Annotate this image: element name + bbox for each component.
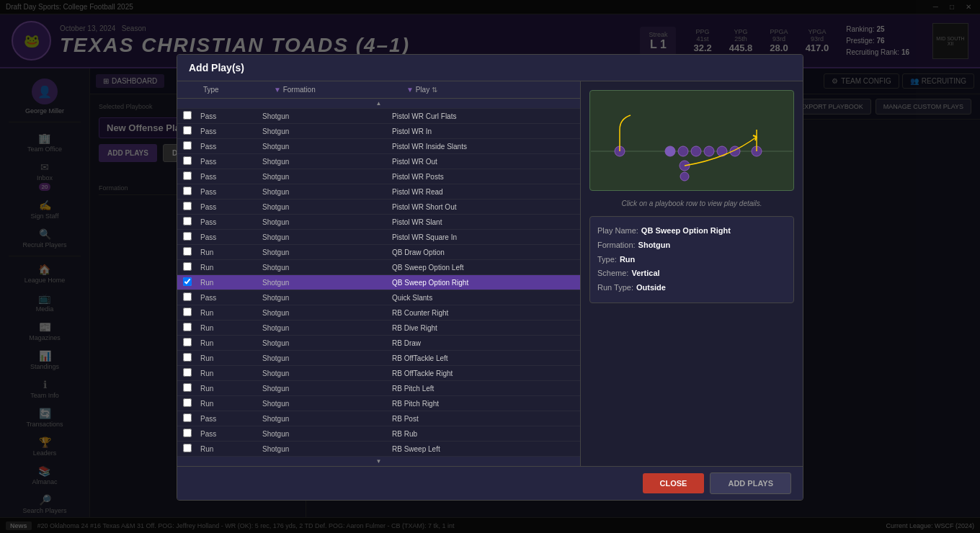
play-row[interactable]: Run Shotgun QB Sweep Option Right (177, 275, 580, 290)
play-formation-cell: Shotgun (262, 445, 392, 453)
play-checkbox[interactable] (183, 202, 192, 210)
play-name-cell: RB OffTackle Left (392, 354, 574, 362)
play-row[interactable]: Pass Shotgun Quick Slants (177, 290, 580, 305)
play-row[interactable]: Run Shotgun QB Sweep Option Left (177, 260, 580, 275)
play-row[interactable]: Pass Shotgun Pistol WR Out (177, 154, 580, 169)
play-type-cell: Run (200, 385, 262, 393)
modal-footer: CLOSE ADD PLAYS (177, 466, 803, 500)
play-name-cell: RB Counter Right (392, 309, 574, 317)
play-checkbox[interactable] (183, 247, 192, 256)
play-row[interactable]: Run Shotgun RB Pitch Left (177, 381, 580, 396)
play-name-cell: Quick Slants (392, 294, 574, 302)
main-content: ⊞ DASHBOARD ⚙ TEAM CONFIG 👥 RECRUITING S… (90, 68, 980, 517)
play-formation-cell: Shotgun (262, 143, 392, 151)
play-name-cell: QB Draw Option (392, 248, 574, 256)
play-row[interactable]: Run Shotgun RB OffTackle Right (177, 366, 580, 381)
play-checkbox[interactable] (183, 338, 192, 346)
detail-type: Run (620, 253, 635, 267)
play-checkbox[interactable] (183, 368, 192, 377)
play-row[interactable]: Pass Shotgun RB Rub (177, 426, 580, 442)
play-checkbox[interactable] (183, 398, 192, 407)
play-type-cell: Pass (200, 233, 262, 241)
play-row[interactable]: Run Shotgun RB Pitch Right (177, 396, 580, 411)
modal-overlay: Add Play(s) Type ▼ (90, 68, 980, 517)
play-row[interactable]: Pass Shotgun Pistol WR Slant (177, 215, 580, 230)
play-type-cell: Pass (200, 143, 262, 151)
scroll-down-indicator[interactable]: ▼ (177, 457, 580, 466)
close-button[interactable]: CLOSE (643, 473, 705, 493)
play-checkbox[interactable] (183, 232, 192, 241)
play-name-cell: Pistol WR In (392, 127, 574, 135)
play-checkbox[interactable] (183, 187, 192, 195)
play-checkbox[interactable] (183, 429, 192, 437)
play-row[interactable]: Pass Shotgun Pistol WR Inside Slants (177, 139, 580, 154)
play-checkbox[interactable] (183, 111, 192, 120)
play-formation-cell: Shotgun (262, 309, 392, 317)
play-formation-cell: Shotgun (262, 385, 392, 393)
play-checkbox[interactable] (183, 353, 192, 362)
play-type-cell: Pass (200, 112, 262, 120)
play-formation-cell: Shotgun (262, 430, 392, 438)
play-row[interactable]: Pass Shotgun Pistol WR In (177, 124, 580, 139)
play-table-header: Type ▼ Formation ▼ Play ⇅ (177, 81, 580, 99)
play-row[interactable]: Pass Shotgun Pistol WR Curl Flats (177, 109, 580, 124)
play-type-cell: Pass (200, 218, 262, 226)
play-row[interactable]: Pass Shotgun RB Post (177, 411, 580, 426)
play-type-cell: Pass (200, 158, 262, 166)
play-row[interactable]: Run Shotgun RB Counter Right (177, 305, 580, 321)
play-checkbox[interactable] (183, 413, 192, 422)
play-type-cell: Run (200, 248, 262, 256)
play-name-cell: RB Post (392, 415, 574, 423)
play-checkbox[interactable] (183, 156, 192, 165)
play-row[interactable]: Run Shotgun RB Sweep Left (177, 442, 580, 457)
play-type-cell: Run (200, 324, 262, 332)
play-row[interactable]: Pass Shotgun Pistol WR Square In (177, 230, 580, 245)
svg-point-3 (691, 146, 701, 156)
play-type-cell: Run (200, 400, 262, 408)
play-type-cell: Pass (200, 173, 262, 181)
add-plays-modal-button[interactable]: ADD PLAYS (710, 472, 791, 494)
play-formation-cell: Shotgun (262, 112, 392, 120)
play-checkbox[interactable] (183, 126, 192, 135)
play-diagram (589, 90, 794, 191)
formation-filter-icon[interactable]: ▼ (274, 86, 281, 94)
play-type-cell: Run (200, 309, 262, 317)
play-name-cell: RB Dive Right (392, 324, 574, 332)
play-checkbox[interactable] (183, 141, 192, 150)
play-table-body: Pass Shotgun Pistol TE Deep Out Pass Sho… (177, 108, 580, 457)
play-name-cell: RB Rub (392, 430, 574, 438)
scroll-up-indicator[interactable]: ▲ (177, 99, 580, 108)
play-row[interactable]: Pass Shotgun Pistol WR Posts (177, 169, 580, 184)
play-checkbox[interactable] (183, 444, 192, 452)
play-formation-cell: Shotgun (262, 188, 392, 196)
play-filter-icon[interactable]: ▼ (406, 86, 414, 94)
play-sort-icon[interactable]: ⇅ (432, 86, 437, 94)
type-col-header: Type (203, 86, 268, 94)
play-checkbox[interactable] (183, 171, 192, 180)
play-type-cell: Pass (200, 294, 262, 302)
detail-scheme: Vertical (631, 266, 659, 281)
play-checkbox[interactable] (183, 383, 192, 392)
play-formation-cell: Shotgun (262, 324, 392, 332)
play-row[interactable]: Pass Shotgun Pistol WR Read (177, 184, 580, 200)
play-checkbox[interactable] (183, 277, 192, 286)
play-formation-cell: Shotgun (262, 127, 392, 135)
play-checkbox[interactable] (183, 323, 192, 331)
play-checkbox[interactable] (183, 308, 192, 316)
play-checkbox[interactable] (183, 262, 192, 271)
run-type-row: Run Type: Outside (597, 281, 786, 295)
play-name-cell: Pistol WR Inside Slants (392, 143, 574, 151)
play-row[interactable]: Run Shotgun QB Draw Option (177, 245, 580, 260)
play-row[interactable]: Run Shotgun RB OffTackle Left (177, 351, 580, 366)
play-row[interactable]: Run Shotgun RB Dive Right (177, 321, 580, 336)
play-checkbox[interactable] (183, 217, 192, 225)
play-row[interactable]: Run Shotgun RB Draw (177, 336, 580, 351)
play-name-cell: Pistol WR Square In (392, 233, 574, 241)
play-row[interactable]: Pass Shotgun Pistol WR Short Out (177, 200, 580, 215)
play-name-cell: RB Draw (392, 339, 574, 347)
play-checkbox[interactable] (183, 292, 192, 301)
play-name-cell: QB Sweep Option Right (392, 279, 574, 287)
play-name-cell: Pistol WR Curl Flats (392, 112, 574, 120)
play-name-cell: Pistol WR Slant (392, 218, 574, 226)
play-name-cell: Pistol WR Short Out (392, 203, 574, 211)
